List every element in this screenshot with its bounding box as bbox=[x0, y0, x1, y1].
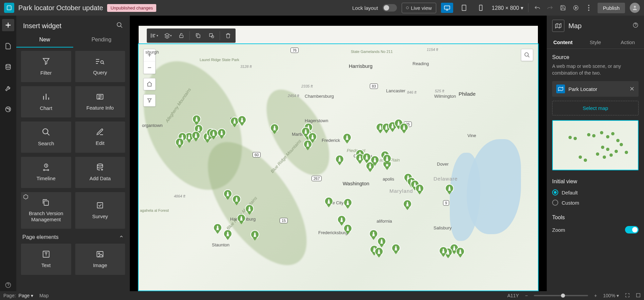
widget-search[interactable]: Search bbox=[21, 121, 71, 153]
park-pin[interactable] bbox=[213, 223, 222, 232]
park-pin[interactable] bbox=[245, 204, 254, 213]
panel-search-icon[interactable] bbox=[116, 22, 123, 30]
publish-button[interactable]: Publish bbox=[598, 3, 625, 13]
home-button[interactable] bbox=[143, 78, 156, 90]
fit-icon[interactable] bbox=[625, 293, 630, 299]
live-view-button[interactable]: Live view bbox=[402, 3, 436, 13]
widget-add-data[interactable]: Add Data bbox=[75, 157, 125, 188]
park-pin[interactable] bbox=[369, 229, 378, 238]
zoom-toggle[interactable] bbox=[625, 226, 639, 233]
tab-pending[interactable]: Pending bbox=[73, 33, 130, 48]
more-icon[interactable] bbox=[585, 4, 593, 12]
save-icon[interactable] bbox=[559, 4, 567, 12]
park-pin[interactable] bbox=[232, 195, 241, 204]
park-pin[interactable] bbox=[377, 237, 386, 246]
zoom-in-footer[interactable]: + bbox=[594, 293, 597, 298]
widget-survey[interactable]: Survey bbox=[75, 192, 125, 229]
widget-chart[interactable]: Chart bbox=[21, 86, 71, 117]
rail-data[interactable] bbox=[2, 61, 14, 73]
park-pin[interactable] bbox=[415, 184, 424, 193]
tab-style[interactable]: Style bbox=[579, 36, 612, 49]
delete-tool-icon[interactable] bbox=[222, 30, 234, 41]
widget-image[interactable]: Image bbox=[75, 244, 125, 275]
select-map-button[interactable]: Select map bbox=[552, 101, 639, 115]
park-pin[interactable] bbox=[439, 246, 448, 255]
park-pin[interactable] bbox=[400, 123, 408, 132]
park-pin[interactable] bbox=[445, 184, 454, 193]
widget-feature-info[interactable]: Feature Info bbox=[75, 86, 125, 117]
radio-custom[interactable]: Custom bbox=[552, 198, 639, 208]
park-pin[interactable] bbox=[383, 154, 391, 163]
park-pin[interactable] bbox=[301, 127, 310, 136]
park-pin[interactable] bbox=[391, 244, 400, 252]
park-pin[interactable] bbox=[375, 247, 383, 256]
park-pin[interactable] bbox=[250, 230, 259, 239]
widget-timeline[interactable]: Timeline bbox=[21, 157, 71, 188]
park-pin[interactable] bbox=[192, 131, 200, 140]
lock-layout-toggle[interactable] bbox=[383, 4, 397, 12]
app-logo[interactable] bbox=[4, 3, 14, 13]
map-canvas[interactable]: + − sburghorgantownLaurel Ridge State Pa… bbox=[139, 44, 538, 290]
park-pin[interactable] bbox=[343, 224, 352, 233]
undo-icon[interactable] bbox=[533, 4, 541, 12]
park-pin[interactable] bbox=[335, 155, 344, 164]
zoom-slider[interactable] bbox=[534, 295, 588, 296]
park-pin[interactable] bbox=[403, 200, 412, 208]
tab-new[interactable]: New bbox=[16, 33, 73, 48]
widget-branch-version[interactable]: Branch Version Management bbox=[21, 192, 71, 229]
widget-text[interactable]: Text bbox=[21, 244, 71, 275]
zoom-percent[interactable]: 100% ▾ bbox=[603, 293, 619, 298]
preview-icon[interactable] bbox=[572, 4, 580, 12]
map-widget-frame[interactable]: ▾ ▾ + − bbox=[139, 26, 538, 290]
pin-tool-icon[interactable] bbox=[205, 30, 218, 41]
radio-custom-input[interactable] bbox=[552, 200, 558, 206]
widget-filter[interactable]: Filter bbox=[21, 51, 71, 82]
park-pin[interactable] bbox=[337, 215, 346, 224]
rail-insert[interactable] bbox=[2, 19, 14, 31]
map-search-button[interactable] bbox=[521, 49, 533, 61]
zoom-out-button[interactable]: − bbox=[144, 61, 155, 74]
park-pin[interactable] bbox=[223, 229, 232, 238]
device-phone-button[interactable] bbox=[475, 3, 487, 13]
park-pin[interactable] bbox=[237, 214, 246, 223]
fullscreen-icon[interactable] bbox=[636, 293, 641, 299]
device-desktop-button[interactable] bbox=[441, 3, 453, 13]
a11y-button[interactable]: A11Y bbox=[507, 293, 519, 298]
rail-utilities[interactable] bbox=[2, 82, 14, 94]
panel-help-icon[interactable] bbox=[632, 22, 639, 30]
park-pin[interactable] bbox=[217, 128, 226, 137]
rail-theme[interactable] bbox=[2, 103, 14, 115]
resolution-dropdown[interactable]: 1280 × 800 ▾ bbox=[492, 5, 523, 11]
park-pin[interactable] bbox=[192, 115, 201, 124]
park-pin[interactable] bbox=[343, 198, 352, 207]
radio-default-input[interactable] bbox=[552, 189, 558, 195]
section-page-elements[interactable]: Page elements bbox=[21, 229, 125, 244]
park-pin[interactable] bbox=[362, 153, 371, 162]
park-pin[interactable] bbox=[324, 197, 333, 206]
tab-content[interactable]: Content bbox=[547, 36, 579, 49]
duplicate-tool-icon[interactable] bbox=[192, 30, 204, 41]
rail-help[interactable] bbox=[2, 279, 14, 291]
tab-action[interactable]: Action bbox=[611, 36, 644, 49]
park-pin[interactable] bbox=[223, 189, 232, 198]
park-pin[interactable] bbox=[270, 124, 279, 132]
user-avatar[interactable] bbox=[630, 3, 640, 13]
radio-default[interactable]: Default bbox=[552, 187, 639, 198]
remove-source-icon[interactable]: ✕ bbox=[629, 85, 635, 93]
park-pin[interactable] bbox=[370, 155, 379, 164]
filter-button[interactable] bbox=[143, 94, 156, 107]
page-selector[interactable]: Page ▾ bbox=[19, 293, 34, 298]
park-pin[interactable] bbox=[209, 129, 218, 138]
map-thumbnail[interactable] bbox=[552, 120, 639, 170]
park-pin[interactable] bbox=[175, 138, 184, 147]
park-pin[interactable] bbox=[303, 140, 312, 149]
rail-page[interactable] bbox=[2, 40, 14, 52]
widget-query[interactable]: Query bbox=[75, 51, 125, 82]
arrange-tool-icon[interactable]: ▾ bbox=[162, 30, 174, 41]
align-tool-icon[interactable]: ▾ bbox=[148, 30, 160, 41]
park-pin[interactable] bbox=[343, 133, 351, 142]
breadcrumb-map[interactable]: Map bbox=[39, 293, 48, 298]
lock-tool-icon[interactable] bbox=[175, 30, 187, 41]
device-tablet-button[interactable] bbox=[458, 3, 470, 13]
zoom-out-footer[interactable]: − bbox=[525, 293, 528, 298]
